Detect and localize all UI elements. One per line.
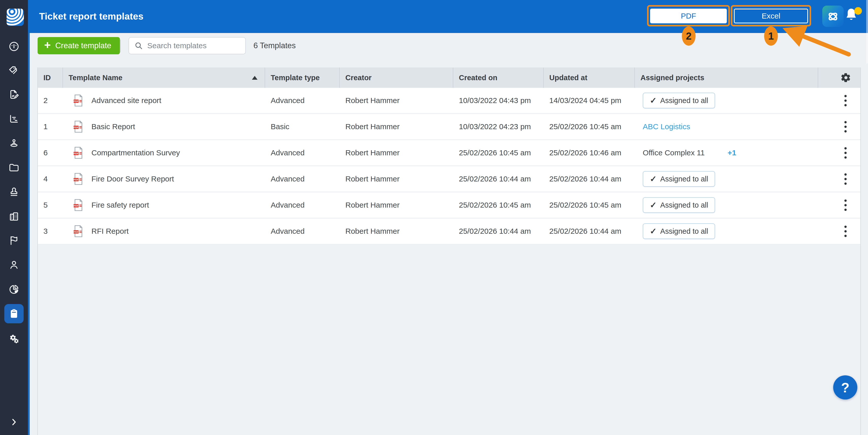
search-templates-input[interactable] [147,41,234,50]
column-header-updated-at[interactable]: Updated at [544,68,635,88]
assigned-project-link[interactable]: ABC Logistics [643,122,690,131]
document-edit-icon [8,89,20,101]
app-logo[interactable] [7,9,24,26]
assigned-to-all-chip[interactable]: ✓ Assigned to all [643,197,715,213]
chevron-right-icon [9,417,19,427]
sidebar-item-reports[interactable] [0,280,28,299]
table-row[interactable]: 4 PDF Fire Door Survey Report Advanced R… [38,166,860,192]
svg-text:PDF: PDF [74,100,79,103]
table-row[interactable]: 6 PDF Compartmentation Survey Advanced R… [38,140,860,166]
sidebar-item-companies[interactable] [0,207,28,226]
cell-template-type: Basic [265,114,340,139]
scrollbar-thumb[interactable] [866,0,868,63]
assigned-more-link[interactable]: +1 [727,148,736,157]
svg-text:PDF: PDF [74,204,79,207]
marketplace-app-icon[interactable] [822,6,844,27]
cell-template-name: Advanced site report [91,96,161,105]
assigned-project-text: Office Complex 11 [643,148,705,157]
svg-text:PDF: PDF [74,152,79,155]
tags-icon [8,65,20,77]
cell-updated-at: 25/02/2026 10:44 am [544,166,635,192]
column-header-created-on[interactable]: Created on [453,68,544,88]
sidebar-item-users[interactable] [0,255,28,275]
column-header-assigned-projects[interactable]: Assigned projects [635,68,818,88]
sidebar [0,0,28,435]
column-header-creator[interactable]: Creator [340,68,453,88]
help-button[interactable]: ? [833,375,857,399]
table-row[interactable]: 5 PDF Fire safety report Advanced Robert… [38,192,860,219]
row-menu-kebab[interactable] [841,171,850,187]
sidebar-item-flags[interactable] [0,231,28,250]
cell-template-type: Advanced [265,192,340,218]
templates-table: ID Template Name Template type Creator C… [37,68,861,435]
svg-text:PDF: PDF [74,230,79,233]
assigned-to-all-chip[interactable]: ✓ Assigned to all [643,93,715,108]
cell-template-name: Fire safety report [91,201,149,209]
pdf-file-icon: PDF [73,120,84,133]
row-menu-kebab[interactable] [841,197,850,213]
cell-id: 2 [38,88,63,113]
sidebar-item-documents[interactable] [0,158,28,177]
cell-created-on: 25/02/2026 10:44 am [453,166,544,192]
cell-created-on: 25/02/2026 10:45 am [453,140,544,165]
sidebar-item-planning[interactable] [0,109,28,129]
sidebar-item-tags[interactable] [0,61,28,80]
row-menu-kebab[interactable] [841,145,850,161]
cell-creator: Robert Hammer [340,192,453,218]
create-template-button[interactable]: + Create template [38,37,120,54]
pdf-report-button[interactable]: PDF [650,9,727,23]
notifications-button[interactable] [844,7,862,26]
cell-id: 6 [38,140,63,165]
svg-text:PDF: PDF [74,126,79,129]
column-header-template-type[interactable]: Template type [265,68,340,88]
row-menu-kebab[interactable] [841,92,850,109]
cell-id: 1 [38,114,63,139]
assigned-to-all-chip[interactable]: ✓ Assigned to all [643,171,715,187]
table-row[interactable]: 2 PDF Advanced site report Advanced Robe… [38,88,860,114]
sidebar-item-settings[interactable] [0,329,28,348]
notification-dot [854,7,862,15]
assigned-to-all-chip[interactable]: ✓ Assigned to all [643,223,715,239]
cell-id: 3 [38,219,63,244]
buildings-icon [8,211,20,222]
excel-report-button[interactable]: Excel [734,9,808,23]
toolbar-divider [120,40,121,52]
row-menu-kebab[interactable] [841,119,850,135]
sidebar-item-dashboard[interactable] [0,37,28,56]
cell-updated-at: 14/03/2024 04:45 pm [544,88,635,113]
svg-text:PDF: PDF [74,178,79,181]
cell-creator: Robert Hammer [340,88,453,113]
pdf-file-icon: PDF [73,172,84,186]
flag-icon [8,235,20,246]
table-row[interactable]: 3 PDF RFI Report Advanced Robert Hammer … [38,219,860,245]
table-row[interactable]: 1 PDF Basic Report Basic Robert Hammer 1… [38,114,860,140]
cell-created-on: 10/03/2022 04:23 pm [453,114,544,139]
pdf-file-icon: PDF [73,198,84,212]
check-icon: ✓ [650,200,657,210]
cell-template-type: Advanced [265,88,340,113]
cell-updated-at: 25/02/2026 10:45 am [544,114,635,139]
column-settings-button[interactable] [818,68,860,88]
sidebar-item-templates-active[interactable] [4,304,24,323]
sidebar-item-forms[interactable] [0,85,28,104]
stamp-icon [8,186,20,198]
row-menu-kebab[interactable] [841,223,850,240]
pdf-file-icon: PDF [73,94,84,107]
plus-icon: + [44,40,51,51]
cell-id: 5 [38,192,63,218]
cell-created-on: 25/02/2026 10:45 am [453,192,544,218]
column-header-template-name[interactable]: Template Name [63,68,265,88]
templates-count: 6 Templates [253,37,296,54]
sidebar-item-stamps[interactable] [0,182,28,202]
check-icon: ✓ [650,226,657,236]
check-icon: ✓ [650,174,657,184]
sidebar-item-sites[interactable] [0,134,28,153]
sidebar-expand-button[interactable] [0,412,28,432]
gear-icon [841,72,851,83]
check-icon: ✓ [650,96,657,105]
cell-template-type: Advanced [265,166,340,192]
column-header-id[interactable]: ID [38,68,63,88]
search-box[interactable] [128,37,246,54]
cell-creator: Robert Hammer [340,114,453,139]
pdf-file-icon: PDF [73,225,84,238]
